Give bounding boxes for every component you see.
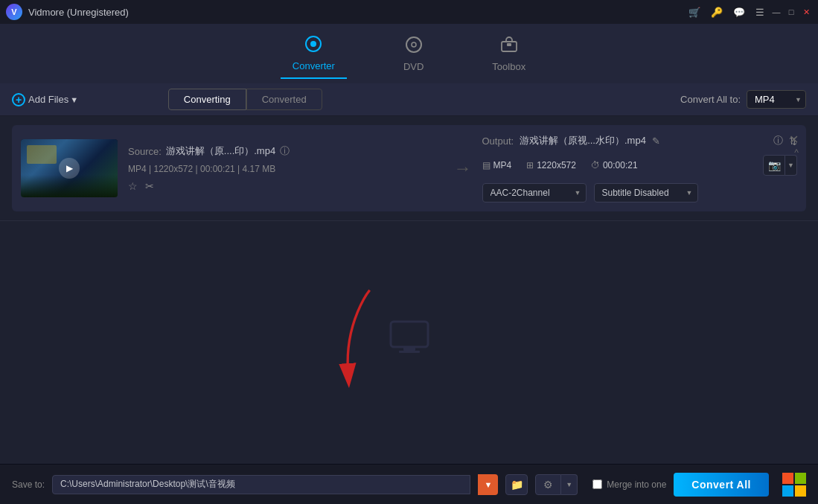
format-select-wrapper: MP4 MKV AVI MOV <box>747 90 806 109</box>
svg-rect-6 <box>391 322 428 347</box>
file-close-button[interactable]: ✕ <box>789 133 799 147</box>
file-source: Source: 游戏讲解（原....印）.mp4 ⓘ <box>128 144 444 158</box>
chat-icon[interactable]: 💬 <box>733 7 745 18</box>
tab-toolbox-label: Toolbox <box>492 61 525 72</box>
merge-label: Merge into one <box>607 479 666 490</box>
duration-icon: ⏱ <box>591 160 600 170</box>
svg-point-1 <box>310 41 316 47</box>
toolbar: + Add Files ▼ Converting Converted Conve… <box>0 83 818 116</box>
svg-rect-4 <box>502 42 517 51</box>
edit-icon[interactable]: ✎ <box>652 135 660 147</box>
win-logo-green <box>795 473 806 484</box>
file-list: ▶ Source: 游戏讲解（原....印）.mp4 ⓘ MP4 | 1220x… <box>0 116 818 221</box>
snapshot-button[interactable]: 📷 <box>763 155 785 176</box>
format-icon: ▤ <box>482 160 491 170</box>
tab-dvd[interactable]: DVD <box>392 30 435 78</box>
output-format-value: MP4 <box>493 160 512 170</box>
save-to-label: Save to: <box>12 479 45 490</box>
add-files-dropdown-button[interactable]: ▼ <box>70 95 78 104</box>
nav-tabs: Converter DVD Toolbox <box>0 24 818 83</box>
output-label: Output: <box>482 135 514 147</box>
file-actions: ☆ ✂ <box>128 180 444 192</box>
subtitle-select[interactable]: Subtitle Disabled Add Subtitle <box>594 183 698 202</box>
windows-logo-grid <box>782 473 806 497</box>
restore-button[interactable]: □ <box>785 6 797 18</box>
play-icon: ▶ <box>66 163 73 173</box>
merge-checkbox-input[interactable] <box>592 479 602 489</box>
svg-rect-5 <box>507 43 511 46</box>
close-button[interactable]: ✕ <box>800 6 812 18</box>
output-filename: 游戏讲解（原视...水印）.mp4 <box>520 134 646 147</box>
subtitle-wrapper: Subtitle Disabled Add Subtitle <box>594 183 698 202</box>
minimize-button[interactable]: — <box>770 6 782 18</box>
converting-tab-button[interactable]: Converting <box>168 89 246 110</box>
output-duration-value: 00:00:21 <box>603 160 638 170</box>
windows-logo <box>782 473 806 497</box>
tab-switcher: Converting Converted <box>168 89 322 110</box>
output-resolution-value: 1220x572 <box>537 160 576 170</box>
file-item: ▶ Source: 游戏讲解（原....印）.mp4 ⓘ MP4 | 1220x… <box>12 125 806 211</box>
win-logo-blue <box>782 485 793 497</box>
source-label: Source: <box>128 146 162 157</box>
tab-dvd-label: DVD <box>403 61 424 72</box>
win-logo-red <box>782 473 793 484</box>
output-resolution-spec: ⊞ 1220x572 <box>526 160 576 170</box>
output-info-icon[interactable]: ⓘ <box>773 134 783 147</box>
tab-converter[interactable]: Converter <box>281 29 347 79</box>
resolution-icon: ⊞ <box>526 160 534 170</box>
annotation-arrow <box>320 278 394 389</box>
svg-rect-7 <box>403 347 415 351</box>
folder-button[interactable]: 📁 <box>505 474 528 495</box>
snapshot-dropdown-button[interactable]: ▼ <box>785 155 797 176</box>
svg-rect-8 <box>399 351 420 353</box>
save-path-input[interactable] <box>52 475 470 494</box>
output-dropdowns: AAC-2Channel AAC-Stereo MP3 Subtitle Dis… <box>482 183 798 202</box>
audio-channel-select[interactable]: AAC-2Channel AAC-Stereo MP3 <box>482 183 587 202</box>
settings-dropdown-button[interactable]: ▼ <box>561 474 578 495</box>
dvd-icon <box>405 36 423 58</box>
format-select[interactable]: MP4 MKV AVI MOV <box>747 90 806 109</box>
win-logo-yellow <box>795 485 806 497</box>
convert-all-to-label: Convert All to: <box>680 94 741 105</box>
merge-checkbox-label: Merge into one <box>592 479 666 490</box>
add-files-button[interactable]: + Add Files <box>12 93 68 106</box>
bottom-bar: Save to: ▼ 📁 ⚙ ▼ Merge into one Convert … <box>0 464 818 504</box>
tab-converter-label: Converter <box>293 60 335 71</box>
tab-toolbox[interactable]: Toolbox <box>480 30 537 78</box>
titlebar: V Vidmore (Unregistered) 🛒 🔑 💬 ☰ — □ ✕ <box>0 0 818 24</box>
settings-button[interactable]: ⚙ <box>535 474 561 495</box>
menu-icon[interactable]: ☰ <box>755 7 764 18</box>
converted-tab-button[interactable]: Converted <box>246 89 322 110</box>
output-specs: ▤ MP4 ⊞ 1220x572 ⏱ 00:00:21 📷 ▼ <box>482 155 798 176</box>
key-icon[interactable]: 🔑 <box>711 7 723 18</box>
file-thumbnail[interactable]: ▶ <box>21 139 118 197</box>
play-button[interactable]: ▶ <box>59 158 80 179</box>
output-header: Output: 游戏讲解（原视...水印）.mp4 ✎ ⓘ ⇅ <box>482 134 798 147</box>
empty-monitor-icon <box>387 316 432 369</box>
convert-all-to-section: Convert All to: MP4 MKV AVI MOV <box>680 90 806 109</box>
source-filename: 游戏讲解（原....印）.mp4 <box>166 144 275 158</box>
svg-point-3 <box>412 42 416 47</box>
star-icon[interactable]: ☆ <box>128 180 138 192</box>
file-info: Source: 游戏讲解（原....印）.mp4 ⓘ MP4 | 1220x57… <box>128 144 444 192</box>
app-logo: V <box>6 4 22 20</box>
convert-arrow: → <box>454 158 472 179</box>
converter-icon <box>304 35 322 57</box>
plus-icon: + <box>12 93 25 106</box>
add-files-label: Add Files <box>28 94 68 105</box>
convert-all-button[interactable]: Convert All <box>674 473 769 497</box>
svg-point-2 <box>406 37 421 52</box>
snapshot-group: 📷 ▼ <box>763 155 797 176</box>
cart-icon[interactable]: 🛒 <box>688 7 700 18</box>
output-format-spec: ▤ MP4 <box>482 160 512 170</box>
scissors-icon[interactable]: ✂ <box>145 180 154 192</box>
file-collapse-button[interactable]: ^ <box>794 147 799 158</box>
output-section: Output: 游戏讲解（原视...水印）.mp4 ✎ ⓘ ⇅ ▤ MP4 ⊞ … <box>482 134 798 202</box>
app-title: Vidmore (Unregistered) <box>28 7 129 18</box>
toolbox-icon <box>500 36 518 58</box>
source-info-icon[interactable]: ⓘ <box>280 144 290 158</box>
output-duration-spec: ⏱ 00:00:21 <box>591 160 638 170</box>
file-meta: MP4 | 1220x572 | 00:00:21 | 4.17 MB <box>128 164 444 174</box>
save-path-dropdown-button[interactable]: ▼ <box>478 474 498 495</box>
audio-channel-wrapper: AAC-2Channel AAC-Stereo MP3 <box>482 183 587 202</box>
